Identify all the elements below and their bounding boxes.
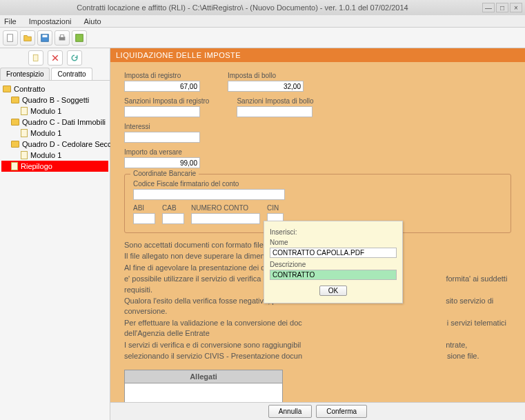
input-imp-registro[interactable]	[124, 81, 200, 92]
toolbar	[0, 28, 525, 48]
dialog-nome-input[interactable]	[270, 248, 397, 258]
maximize-button[interactable]: □	[496, 3, 508, 12]
input-imp-bollo[interactable]	[228, 81, 304, 92]
close-button[interactable]: ×	[510, 3, 522, 12]
menu-file[interactable]: File	[4, 17, 17, 26]
menu-aiuto[interactable]: Aiuto	[84, 17, 101, 26]
input-interessi[interactable]	[124, 132, 200, 143]
folder-icon	[11, 141, 19, 148]
folder-icon	[3, 86, 11, 92]
label-abi: ABI	[133, 204, 155, 212]
label-importo-versare: Importo da versare	[124, 148, 200, 156]
tree-quadro-b-m1[interactable]: Modulo 1	[1, 106, 108, 117]
label-sanz-bollo: Sanzioni Imposta di bollo	[237, 97, 313, 105]
folder-icon	[11, 97, 19, 103]
input-abi[interactable]	[133, 213, 155, 224]
open-button[interactable]	[20, 30, 35, 46]
tree-quadro-c-m1[interactable]: Modulo 1	[1, 128, 108, 139]
conferma-button[interactable]: Conferma	[316, 405, 367, 418]
label-cf: Codice Fiscale firmatario del conto	[133, 180, 502, 188]
svg-rect-6	[33, 55, 38, 61]
dialog-nome-label: Nome	[270, 239, 397, 246]
attach-header: Allegati	[124, 370, 283, 383]
panel-header: LIQUIDAZIONE DELLE IMPOSTE	[110, 48, 525, 62]
tree-root[interactable]: Contratto	[1, 83, 108, 94]
input-cab[interactable]	[162, 213, 184, 224]
export-button[interactable]	[72, 30, 87, 46]
tree-quadro-d[interactable]: Quadro D - Cedolare Secca	[1, 139, 108, 150]
page-icon	[21, 151, 28, 159]
insert-dialog: Inserisci: Nome Descrizione OK	[264, 221, 403, 303]
annulla-button[interactable]: Annulla	[268, 405, 312, 418]
svg-rect-0	[8, 34, 13, 41]
label-interessi: Interessi	[124, 123, 200, 130]
tree-quadro-c[interactable]: Quadro C - Dati Immobili	[1, 117, 108, 128]
menu-impostazioni[interactable]: Impostazioni	[29, 17, 72, 26]
print-button[interactable]	[55, 30, 70, 46]
footer: Annulla Conferma	[110, 402, 525, 420]
page-icon	[11, 162, 18, 170]
input-sanz-registro[interactable]	[124, 106, 200, 117]
input-numero[interactable]	[191, 213, 260, 224]
label-imp-registro: Imposta di registro	[124, 72, 200, 79]
label-numero: NUMERO CONTO	[191, 204, 260, 212]
label-imp-bollo: Imposta di bollo	[228, 72, 304, 79]
page-icon	[21, 107, 28, 115]
label-cab: CAB	[162, 204, 184, 212]
dialog-ok-button[interactable]: OK	[319, 286, 347, 296]
dialog-inserisci-label: Inserisci:	[270, 228, 397, 236]
tree-riepilogo[interactable]: Riepilogo	[1, 161, 108, 172]
save-button[interactable]	[37, 30, 52, 46]
svg-rect-4	[60, 34, 63, 37]
tree-quadro-d-m1[interactable]: Modulo 1	[1, 150, 108, 161]
input-sanz-bollo[interactable]	[237, 106, 313, 117]
label-sanz-registro: Sanzioni Imposta di registro	[124, 97, 209, 105]
dialog-descrizione-label: Descrizione	[270, 261, 397, 268]
svg-rect-5	[76, 34, 83, 41]
sidebar: Frontespizio Contratto Contratto Quadro …	[0, 48, 110, 420]
tab-contratto[interactable]: Contratto	[51, 68, 92, 80]
svg-rect-2	[43, 34, 48, 37]
side-delete-icon[interactable]	[48, 50, 63, 66]
window-title: Contratti locazione e affitto (RLI) - C:…	[3, 3, 482, 12]
dialog-descrizione-input[interactable]	[270, 270, 397, 280]
bank-legend: Coordinate Bancarie	[130, 170, 199, 177]
tree: Contratto Quadro B - Soggetti Modulo 1 Q…	[0, 81, 110, 174]
page-icon	[21, 129, 28, 137]
input-cf[interactable]	[133, 189, 285, 200]
menubar: File Impostazioni Aiuto	[0, 15, 525, 28]
folder-icon	[11, 119, 19, 126]
new-button[interactable]	[3, 30, 18, 46]
label-cin: CIN	[267, 204, 284, 212]
side-refresh-icon[interactable]	[67, 50, 82, 66]
tree-quadro-b[interactable]: Quadro B - Soggetti	[1, 94, 108, 106]
input-importo-versare[interactable]	[124, 157, 200, 168]
tab-frontespizio[interactable]: Frontespizio	[0, 68, 50, 80]
titlebar: Contratti locazione e affitto (RLI) - C:…	[0, 0, 525, 15]
minimize-button[interactable]: —	[482, 3, 495, 12]
side-doc-icon[interactable]	[28, 50, 43, 66]
